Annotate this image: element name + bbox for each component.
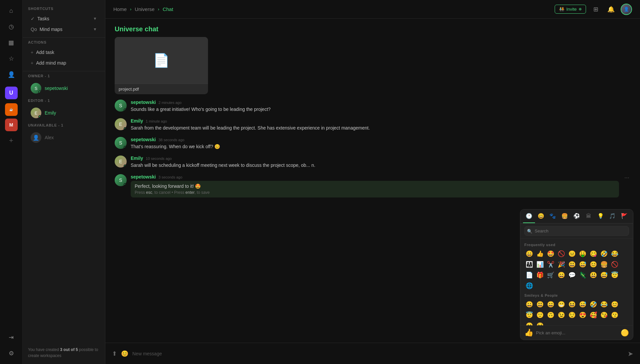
emoji-cell[interactable]: 🚫: [610, 259, 620, 269]
emoji-tab-animals[interactable]: 🐾: [547, 209, 559, 223]
grid-icon[interactable]: ⊞: [590, 4, 601, 15]
send-button[interactable]: ➤: [628, 350, 633, 358]
breadcrumb-chat[interactable]: Chat: [163, 6, 173, 12]
add-task-btn[interactable]: + Add task: [25, 47, 102, 57]
emoji-cell[interactable]: 🍔: [599, 259, 609, 269]
invite-button[interactable]: 🧑‍🤝‍🧑 Invite ⊕: [555, 5, 586, 14]
emoji-cell[interactable]: 🙃: [546, 310, 556, 320]
emoji-footer-input[interactable]: [536, 330, 618, 335]
tasks-chevron: ▼: [93, 16, 97, 21]
online-dot-2: [124, 127, 127, 130]
emoji-cell[interactable]: 😉: [556, 310, 566, 320]
emoji-body: Frequently used 😄 👍 🤩 🚫 😐 🤑 😋 🤣 😂 👨‍👩‍👧 …: [520, 239, 633, 325]
emoji-cell[interactable]: 😂: [610, 249, 620, 259]
breadcrumb: Home › Universe › Chat: [113, 6, 173, 12]
emoji-cell[interactable]: 😆: [567, 299, 577, 309]
emoji-cell[interactable]: 😚: [535, 321, 545, 325]
emoji-cell[interactable]: 💬: [567, 270, 577, 280]
emoji-tab-smileys[interactable]: 😀: [535, 209, 547, 223]
chat-input[interactable]: [132, 351, 624, 356]
sidebar-member-alex[interactable]: 👤 Alex: [25, 130, 102, 145]
emoji-cell[interactable]: 🦎: [578, 270, 588, 280]
emoji-cell[interactable]: ✂️: [546, 259, 556, 269]
emoji-cell[interactable]: 😃: [588, 270, 598, 280]
emoji-cell[interactable]: 😊: [588, 259, 598, 269]
emoji-tab-symbols[interactable]: 🎵: [606, 209, 618, 223]
emoji-cell[interactable]: 📊: [535, 259, 545, 269]
emoji-tab-objects[interactable]: 💡: [595, 209, 607, 223]
logout-icon[interactable]: ⇥: [5, 331, 18, 344]
person-icon[interactable]: 👤: [5, 68, 18, 81]
emoji-cell[interactable]: 🤣: [588, 299, 598, 309]
emoji-cell[interactable]: 🥰: [588, 310, 598, 320]
emoji-cell[interactable]: 😍: [578, 310, 588, 320]
emoji-tab-travel[interactable]: 🏛: [583, 209, 595, 223]
emoji-cell[interactable]: 🙂: [535, 310, 545, 320]
emoji-cell[interactable]: 🛒: [546, 270, 556, 280]
emoji-cell[interactable]: 🚫: [556, 249, 566, 259]
home-icon[interactable]: ⌂: [5, 4, 18, 17]
emoji-cell[interactable]: 😇: [524, 310, 534, 320]
emoji-cell[interactable]: 😊: [610, 299, 620, 309]
u-workspace[interactable]: U: [5, 87, 18, 99]
clock-icon[interactable]: ◷: [5, 20, 18, 33]
emoji-cell[interactable]: 😄: [556, 270, 566, 280]
user-avatar[interactable]: 👤: [621, 4, 632, 15]
emoji-cell[interactable]: 🎁: [535, 270, 545, 280]
sidebar-member-emily[interactable]: E Emily: [25, 106, 102, 120]
emoji-cell[interactable]: 👨‍👩‍👧: [524, 259, 534, 269]
emoji-cell[interactable]: 😅: [578, 259, 588, 269]
emoji-search-input[interactable]: [524, 226, 629, 236]
emoji-cell[interactable]: 😁: [556, 299, 566, 309]
msg-editing-hint: Press esc, to cancel • Press enter, to s…: [135, 190, 615, 195]
add-workspace-icon[interactable]: +: [5, 134, 18, 147]
emoji-cell[interactable]: 😀: [524, 299, 534, 309]
emoji-cell[interactable]: 👍: [535, 249, 545, 259]
message-options-btn[interactable]: ···: [623, 174, 631, 181]
emoji-cell[interactable]: 🤣: [599, 249, 609, 259]
emoji-tab-food[interactable]: 🍔: [559, 209, 571, 223]
emoji-icon[interactable]: 😊: [121, 350, 128, 357]
bell-icon[interactable]: 🔔: [605, 4, 617, 15]
upload-icon[interactable]: ⬆: [112, 350, 117, 357]
emoji-cell[interactable]: 😗: [610, 310, 620, 320]
emoji-tab-recent[interactable]: 🕐: [523, 209, 535, 223]
emoji-cell[interactable]: 😄: [546, 299, 556, 309]
tasks-label: Tasks: [37, 16, 49, 21]
emoji-cell[interactable]: 🤑: [578, 249, 588, 259]
emoji-cell[interactable]: 😄: [524, 249, 534, 259]
msg-time-5: 3 seconds ago: [158, 175, 182, 179]
emoji-tab-sports[interactable]: ⚽: [571, 209, 583, 223]
online-dot-5: [124, 183, 127, 186]
emoji-cell[interactable]: 😘: [599, 310, 609, 320]
settings-icon[interactable]: ⚙: [5, 347, 18, 360]
emoji-cell[interactable]: 😂: [599, 299, 609, 309]
sidebar-item-tasks[interactable]: ✓ Tasks ▼: [25, 14, 102, 24]
emoji-cell[interactable]: 😐: [567, 249, 577, 259]
add-mindmap-btn[interactable]: + Add mind map: [25, 58, 102, 68]
emoji-cell[interactable]: 😅: [599, 270, 609, 280]
emoji-cell[interactable]: 🎉: [556, 259, 566, 269]
emoji-cell[interactable]: 🤩: [546, 249, 556, 259]
emoji-cell[interactable]: 😃: [567, 259, 577, 269]
breadcrumb-universe[interactable]: Universe: [135, 6, 154, 12]
emoji-cell[interactable]: 😅: [578, 299, 588, 309]
emoji-cell[interactable]: 😇: [610, 270, 620, 280]
sidebar-member-sepetowski[interactable]: S sepetowski: [25, 81, 102, 96]
star-icon[interactable]: ☆: [5, 52, 18, 65]
sidebar-item-mindmaps[interactable]: Qo Mind maps ▼: [25, 24, 102, 34]
emoji-cell[interactable]: 😃: [535, 299, 545, 309]
emoji-cell[interactable]: 📄: [524, 270, 534, 280]
workspace-info: You have created 3 out of 5 possible to …: [23, 341, 105, 364]
breadcrumb-home[interactable]: Home: [113, 6, 127, 12]
emoji-cell[interactable]: 😋: [588, 249, 598, 259]
chat-area: Universe chat 📄 project.pdf S sepetowski: [105, 19, 640, 364]
calendar-icon[interactable]: ▦: [5, 36, 18, 49]
emoji-cell[interactable]: 🌐: [524, 281, 534, 291]
emoji-cell[interactable]: 😌: [567, 310, 577, 320]
emoji-cell[interactable]: 😙: [524, 321, 534, 325]
emoji-tab-flags[interactable]: 🚩: [618, 209, 630, 223]
pdf-attachment[interactable]: 📄 project.pdf: [115, 37, 208, 94]
java-workspace[interactable]: ☕: [5, 103, 18, 116]
m-workspace[interactable]: M: [5, 119, 18, 131]
